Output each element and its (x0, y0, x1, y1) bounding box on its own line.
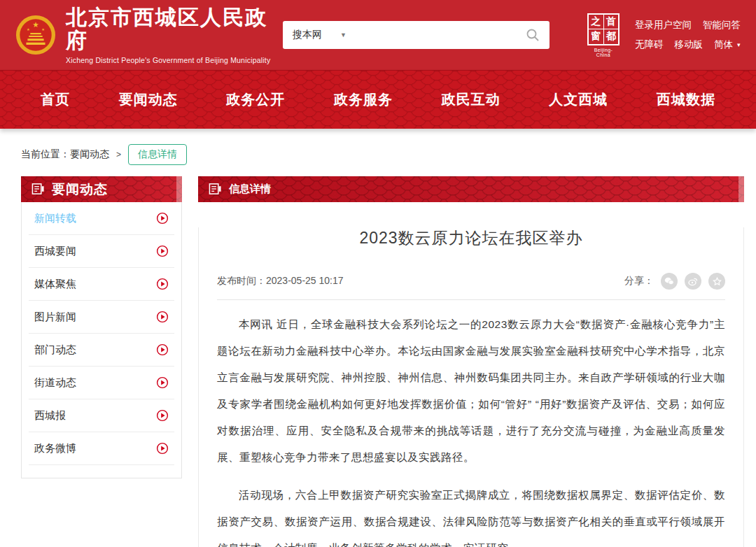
sidebar-item-label: 西城要闻 (34, 245, 76, 258)
cw-char: 首 (604, 15, 619, 29)
article-section: 信息详情 2023数云原力论坛在我区举办 发布时间：2023-05-25 10:… (198, 176, 744, 547)
article-panel-header: 信息详情 (198, 176, 744, 202)
sidebar-item-label: 街道动态 (34, 376, 76, 390)
sidebar-item-label: 图片新闻 (34, 311, 76, 324)
nav-item-interaction[interactable]: 政民互动 (442, 90, 500, 109)
nav-item-home[interactable]: 首页 (41, 90, 70, 109)
cw-char: 都 (604, 29, 619, 44)
publish-time-label: 发布时间： (217, 275, 266, 286)
arrow-circle-icon[interactable] (156, 343, 169, 356)
sidebar-item-street-news[interactable]: 街道动态 (29, 367, 174, 399)
share-weibo-icon[interactable] (685, 273, 701, 290)
breadcrumb-prefix: 当前位置： (21, 148, 70, 161)
publish-time-value: 2023-05-25 10:17 (266, 275, 344, 286)
arrow-circle-icon[interactable] (156, 442, 169, 455)
arrow-circle-icon[interactable] (156, 278, 169, 290)
article-paragraph: 活动现场，六合上甲数据资产研究实验室正式揭牌成立，将围绕数据权属界定、数据评估定… (217, 482, 725, 547)
sidebar-item-media-focus[interactable]: 媒体聚焦 (29, 268, 174, 301)
article-title: 2023数云原力论坛在我区举办 (217, 227, 725, 249)
panel-title: 信息详情 (229, 183, 271, 196)
sidebar-item-gov-weibo[interactable]: 政务微博 (29, 432, 174, 465)
site-title: 北京市西城区人民政府 (66, 6, 272, 52)
smart-qa-link[interactable]: 智能问答 (703, 19, 741, 31)
header-links: 登录用户空间 智能问答 无障碍 移动版 简体 ▾ (635, 19, 741, 51)
national-emblem-icon: ★ ★ ★ (15, 15, 56, 55)
nav-item-gov-services[interactable]: 政务服务 (334, 90, 393, 109)
sidebar-title: 要闻动态 (52, 180, 108, 199)
article-meta: 发布时间：2023-05-25 10:17 分享： (217, 273, 725, 290)
site-header: ★ ★ ★ 北京市西城区人民政府 Xicheng District People… (0, 0, 756, 70)
chevron-down-icon: ▼ (340, 31, 346, 38)
breadcrumb-separator: > (116, 150, 121, 159)
search-scope-dropdown[interactable]: 搜本网 ▼ (293, 29, 346, 41)
cw-char: 之 (589, 15, 603, 29)
cw-char: 窗 (589, 29, 603, 44)
news-list-icon (31, 183, 45, 196)
sidebar-item-label: 新闻转载 (34, 212, 76, 225)
sidebar-item-photo-news[interactable]: 图片新闻 (29, 301, 174, 334)
main-navigation: 首页 要闻动态 政务公开 政务服务 政民互动 人文西城 西城数据 (0, 70, 756, 129)
breadcrumb: 当前位置： 要闻动态 > 信息详情 (21, 144, 756, 165)
sidebar-item-department-news[interactable]: 部门动态 (29, 334, 174, 367)
share-label: 分享： (624, 275, 654, 287)
site-subtitle: Xicheng District People's Government of … (66, 56, 272, 64)
capital-window-logo[interactable]: 之 首 窗 都 Beijing-China (587, 13, 620, 57)
share-wechat-icon[interactable] (661, 273, 678, 290)
sidebar: 要闻动态 新闻转载 西城要闻 媒体聚焦 (21, 176, 182, 478)
chevron-down-icon: ▾ (737, 41, 741, 48)
svg-text:★: ★ (41, 27, 45, 31)
share-favorite-icon[interactable] (708, 273, 725, 290)
sidebar-item-label: 政务微博 (34, 442, 76, 455)
search-scope-label: 搜本网 (293, 29, 322, 41)
sidebar-item-label: 部门动态 (34, 343, 76, 357)
nav-item-gov-disclosure[interactable]: 政务公开 (226, 90, 285, 109)
sidebar-item-xicheng-news[interactable]: 西城要闻 (29, 235, 174, 268)
accessibility-link[interactable]: 无障碍 (635, 38, 664, 51)
sidebar-menu: 新闻转载 西城要闻 媒体聚焦 (21, 202, 182, 478)
svg-text:★: ★ (32, 20, 39, 29)
article-box: 2023数云原力论坛在我区举办 发布时间：2023-05-25 10:17 分享… (198, 227, 744, 547)
arrow-circle-icon[interactable] (156, 311, 169, 323)
publish-time: 发布时间：2023-05-25 10:17 (217, 275, 344, 287)
nav-item-news[interactable]: 要闻动态 (119, 90, 178, 109)
site-brand[interactable]: ★ ★ ★ 北京市西城区人民政府 Xicheng District People… (15, 6, 272, 64)
language-simplified-link[interactable]: 简体 (714, 38, 733, 51)
sidebar-item-label: 媒体聚焦 (34, 278, 76, 291)
breadcrumb-section-link[interactable]: 要闻动态 (70, 148, 109, 161)
search-input[interactable] (354, 29, 519, 41)
login-user-space-link[interactable]: 登录用户空间 (635, 19, 692, 31)
detail-doc-icon (209, 183, 222, 196)
article-paragraph: 本网讯 近日，全球金融科技大会系列论坛之一的2023数云原力大会“数据资产·金融… (217, 311, 725, 471)
sidebar-header: 要闻动态 (21, 176, 182, 202)
capital-window-caption: Beijing-China (587, 48, 620, 57)
sidebar-item-xicheng-paper[interactable]: 西城报 (29, 399, 174, 432)
capital-window-icon: 之 首 窗 都 (587, 13, 620, 45)
arrow-circle-icon[interactable] (156, 409, 169, 422)
sidebar-item-news-repost[interactable]: 新闻转载 (29, 202, 174, 235)
meta-divider (217, 299, 725, 300)
arrow-circle-icon[interactable] (156, 212, 169, 225)
article-body: 本网讯 近日，全球金融科技大会系列论坛之一的2023数云原力大会“数据资产·金融… (217, 311, 725, 547)
nav-item-data[interactable]: 西城数据 (657, 90, 715, 109)
mobile-version-link[interactable]: 移动版 (675, 38, 704, 51)
nav-item-culture[interactable]: 人文西城 (549, 90, 608, 109)
svg-text:★: ★ (27, 27, 30, 31)
arrow-circle-icon[interactable] (156, 376, 169, 389)
search-icon[interactable] (526, 28, 540, 42)
share-bar: 分享： (624, 273, 725, 290)
arrow-circle-icon[interactable] (156, 245, 169, 257)
sidebar-item-label: 西城报 (34, 409, 66, 422)
breadcrumb-current-chip[interactable]: 信息详情 (128, 144, 187, 165)
search-box[interactable]: 搜本网 ▼ (283, 21, 550, 49)
